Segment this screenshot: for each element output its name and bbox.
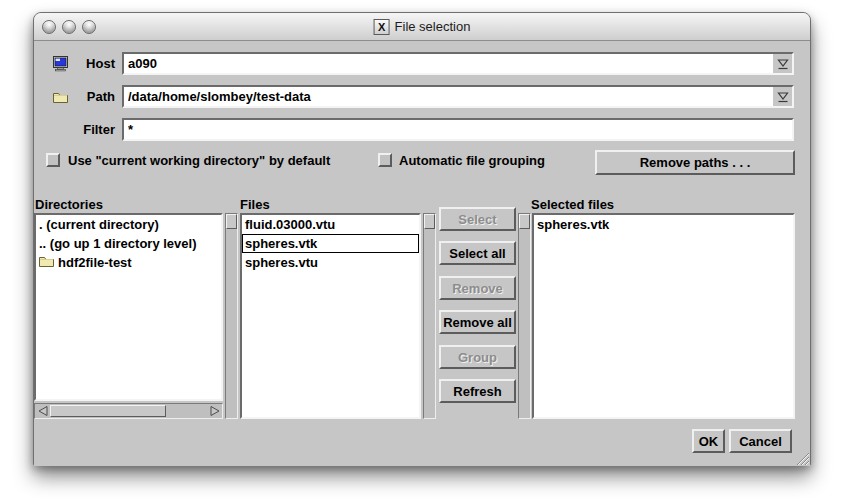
path-label: Path (77, 89, 115, 104)
title-group: X File selection (374, 19, 471, 35)
directories-header: Directories (35, 197, 103, 212)
files-header: Files (240, 197, 270, 212)
host-label: Host (77, 56, 115, 71)
minimize-button[interactable] (62, 20, 76, 34)
refresh-button[interactable]: Refresh (439, 379, 516, 403)
use-cwd-checkbox[interactable] (46, 153, 60, 167)
directory-item-label: . (current directory) (39, 217, 159, 232)
host-input[interactable] (124, 54, 773, 73)
selected-file-item[interactable]: spheres.vtk (534, 215, 793, 234)
folder-icon (53, 91, 77, 103)
directories-list: . (current directory) .. (go up 1 direct… (34, 213, 223, 401)
auto-grouping-label: Automatic file grouping (399, 153, 545, 168)
dialog-content: Host Path (34, 41, 810, 466)
host-row: Host (53, 52, 794, 75)
files-vertical-scrollbar[interactable] (423, 213, 436, 419)
traffic-lights (42, 20, 96, 34)
scrollbar-thumb[interactable] (424, 214, 435, 229)
remove-button[interactable]: Remove (439, 276, 516, 300)
host-combobox (122, 52, 794, 75)
titlebar[interactable]: X File selection (34, 13, 810, 41)
directories-vertical-scrollbar[interactable] (225, 213, 238, 419)
select-button[interactable]: Select (439, 207, 516, 231)
ok-button[interactable]: OK (692, 429, 725, 453)
scrollbar-thumb[interactable] (226, 214, 237, 229)
file-item[interactable]: fluid.03000.vtu (242, 215, 419, 234)
scroll-right-arrow-icon[interactable] (207, 404, 222, 418)
remove-all-button[interactable]: Remove all (439, 310, 516, 334)
selected-files-header: Selected files (531, 197, 614, 212)
host-dropdown-arrow-icon[interactable] (773, 54, 792, 73)
files-list: fluid.03000.vtu spheres.vtk spheres.vtu (240, 213, 421, 419)
file-item-label: spheres.vtk (245, 236, 317, 251)
selected-files-list: spheres.vtk (532, 213, 795, 419)
path-row: Path (53, 85, 794, 108)
computer-icon (53, 56, 77, 72)
path-dropdown-arrow-icon[interactable] (773, 87, 792, 106)
resize-grip-icon[interactable] (794, 450, 809, 465)
directory-item-label: hdf2file-test (58, 255, 132, 270)
selected-files-vertical-scrollbar[interactable] (518, 213, 531, 419)
file-item-label: spheres.vtu (245, 255, 318, 270)
directory-item[interactable]: .. (go up 1 directory level) (36, 234, 221, 253)
path-input[interactable] (124, 87, 773, 106)
remove-paths-button[interactable]: Remove paths . . . (595, 150, 795, 175)
cancel-button[interactable]: Cancel (729, 429, 792, 453)
directory-item[interactable]: hdf2file-test (36, 253, 221, 272)
filter-field (122, 118, 794, 141)
selected-file-item-label: spheres.vtk (537, 217, 609, 232)
filter-input[interactable] (124, 120, 792, 139)
path-combobox (122, 85, 794, 108)
use-cwd-label: Use "current working directory" by defau… (68, 153, 330, 168)
select-all-button[interactable]: Select all (439, 241, 516, 265)
directories-horizontal-scrollbar[interactable] (34, 403, 223, 419)
x11-app-icon: X (374, 19, 390, 35)
scrollbar-thumb[interactable] (50, 405, 166, 417)
window-title: File selection (395, 19, 471, 34)
file-item[interactable]: spheres.vtu (242, 253, 419, 272)
folder-icon (39, 255, 54, 270)
scrollbar-thumb[interactable] (519, 214, 530, 229)
auto-grouping-checkbox[interactable] (378, 153, 392, 167)
close-button[interactable] (42, 20, 56, 34)
directory-item-label: .. (go up 1 directory level) (39, 236, 196, 251)
file-selection-window: X File selection Host (33, 12, 811, 465)
filter-label: Filter (77, 122, 115, 137)
file-item-selected[interactable]: spheres.vtk (242, 234, 419, 253)
filter-row: Filter (53, 118, 794, 141)
group-button[interactable]: Group (439, 345, 516, 369)
scroll-left-arrow-icon[interactable] (35, 404, 50, 418)
zoom-button[interactable] (82, 20, 96, 34)
directory-item[interactable]: . (current directory) (36, 215, 221, 234)
file-item-label: fluid.03000.vtu (245, 217, 335, 232)
